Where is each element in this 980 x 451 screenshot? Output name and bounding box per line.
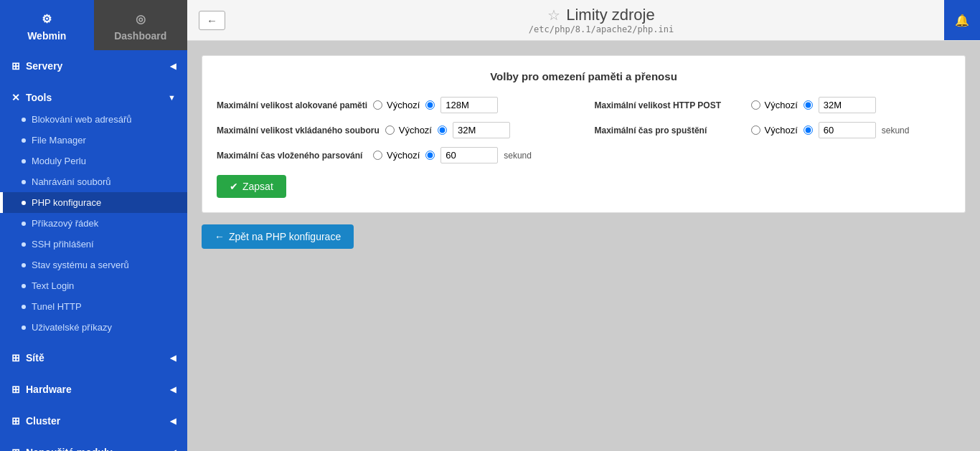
max-memory-default-input[interactable] — [373, 100, 382, 110]
sites-section: ⊞ Sítě ◀ — [0, 342, 187, 374]
max-parse-custom-input[interactable] — [425, 151, 435, 160]
dot-icon — [22, 284, 26, 288]
form-grid: Maximální velikost alokované paměti Vých… — [217, 97, 951, 163]
max-memory-default-radio[interactable]: Výchozí — [373, 100, 420, 110]
sidebar-item-label: Tunel HTTP — [32, 301, 82, 312]
servers-header[interactable]: ⊞ Servery ◀ — [0, 54, 187, 77]
servers-arrow: ◀ — [170, 62, 176, 71]
unused-header[interactable]: ⊞ Nepoužité moduly ◀ — [0, 441, 187, 451]
sidebar-item-label: Moduly Perlu — [32, 156, 86, 166]
webmin-tab[interactable]: ⚙ Webmin — [0, 0, 94, 50]
max-upload-custom-input[interactable] — [438, 125, 447, 135]
servers-icon: ⊞ — [11, 60, 20, 72]
sidebar-item-nahravani[interactable]: Nahrávání souborů — [0, 171, 187, 192]
sidebar-item-label: Stav systému a serverů — [32, 260, 129, 270]
max-exec-row: Maximální čas pro spuštění Výchozí 60 se… — [595, 122, 951, 138]
sidebar-item-prikazovy[interactable]: Příkazový řádek — [0, 213, 187, 234]
sidebar-item-ssh[interactable]: SSH přihlášení — [0, 234, 187, 255]
dot-icon — [22, 201, 26, 205]
check-icon: ✔ — [230, 181, 238, 192]
sidebar-item-moduly[interactable]: Moduly Perlu — [0, 151, 187, 171]
page-title-container: ☆ Limity zdroje — [234, 6, 969, 24]
max-memory-custom-radio[interactable] — [425, 100, 435, 110]
bell-button[interactable]: 🔔 — [944, 0, 980, 40]
dashboard-icon: ◎ — [131, 9, 151, 29]
webmin-label: Webmin — [27, 30, 66, 42]
max-memory-custom-input[interactable] — [425, 100, 435, 110]
back-to-php-button[interactable]: ← Zpět na PHP konfigurace — [202, 224, 354, 249]
max-exec-default-radio[interactable]: Výchozí — [751, 125, 798, 136]
right-fields: Maximální velikost HTTP POST Výchozí 32M… — [595, 97, 951, 163]
card-title: Volby pro omezení paměti a přenosu — [217, 70, 951, 82]
sidebar-item-tunel[interactable]: Tunel HTTP — [0, 296, 187, 317]
cluster-label: Cluster — [26, 415, 60, 427]
tools-section: ✕ Tools ▼ Blokování web adresářů File Ma… — [0, 82, 187, 342]
max-upload-custom-radio[interactable] — [438, 125, 447, 135]
sidebar-item-php[interactable]: PHP konfigurace — [0, 192, 187, 213]
page-subtitle: /etc/php/8.1/apache2/php.ini — [234, 24, 969, 34]
max-exec-default-input[interactable] — [751, 125, 760, 135]
page-title: Limity zdroje — [566, 6, 654, 24]
max-post-default-input[interactable] — [751, 100, 760, 110]
sidebar-item-label: File Manager — [32, 135, 86, 146]
back-button[interactable]: ← — [199, 11, 225, 30]
sidebar-item-stav[interactable]: Stav systému a serverů — [0, 255, 187, 275]
sidebar-item-blokovani[interactable]: Blokování web adresářů — [0, 109, 187, 130]
max-memory-input[interactable]: 128M — [440, 97, 498, 113]
sidebar-item-uzivatelske[interactable]: Uživatelské příkazy — [0, 317, 187, 338]
tools-header[interactable]: ✕ Tools ▼ — [0, 86, 187, 109]
hardware-icon: ⊞ — [11, 384, 20, 395]
max-parse-unit: sekund — [504, 151, 532, 161]
max-upload-default-input[interactable] — [385, 125, 395, 135]
max-post-default-label: Výchozí — [765, 100, 798, 110]
sidebar-item-label: PHP konfigurace — [32, 197, 101, 208]
hardware-header[interactable]: ⊞ Hardware ◀ — [0, 378, 187, 401]
webmin-icon: ⚙ — [37, 9, 57, 29]
tools-label: Tools — [26, 92, 52, 103]
sidebar-item-label: Příkazový řádek — [32, 218, 98, 229]
cluster-icon: ⊞ — [11, 415, 20, 427]
sidebar-header: ⚙ Webmin ◎ Dashboard — [0, 0, 187, 50]
sidebar-item-label: Text Login — [32, 280, 74, 291]
cluster-header[interactable]: ⊞ Cluster ◀ — [0, 409, 187, 432]
sidebar-item-label: Blokování web adresářů — [32, 114, 131, 125]
bell-icon: 🔔 — [955, 14, 969, 27]
dot-icon — [22, 263, 26, 267]
main-content: ← ☆ Limity zdroje /etc/php/8.1/apache2/p… — [187, 0, 980, 451]
left-fields: Maximální velikost alokované paměti Vých… — [217, 97, 573, 163]
max-parse-input[interactable]: 60 — [440, 147, 498, 163]
max-post-default-radio[interactable]: Výchozí — [751, 100, 798, 110]
star-icon[interactable]: ☆ — [547, 6, 560, 24]
max-parse-default-radio[interactable]: Výchozí — [373, 150, 420, 161]
max-upload-input[interactable]: 32M — [453, 122, 510, 138]
save-button[interactable]: ✔ Zapsat — [217, 175, 286, 198]
sites-label: Sítě — [26, 352, 44, 364]
max-exec-input[interactable]: 60 — [819, 122, 876, 138]
tools-icon: ✕ — [11, 92, 20, 103]
max-parse-label: Maximální čas vloženého parsování — [217, 151, 367, 161]
servers-label: Servery — [26, 60, 62, 72]
hardware-label: Hardware — [26, 384, 72, 395]
max-post-custom-radio[interactable] — [804, 100, 813, 110]
dashboard-tab[interactable]: ◎ Dashboard — [94, 0, 188, 50]
max-exec-custom-input[interactable] — [804, 125, 813, 135]
max-exec-custom-radio[interactable] — [804, 125, 813, 135]
max-upload-default-radio[interactable]: Výchozí — [385, 125, 432, 136]
max-post-label: Maximální velikost HTTP POST — [595, 100, 745, 110]
sites-header[interactable]: ⊞ Sítě ◀ — [0, 346, 187, 369]
sidebar-item-textlogin[interactable]: Text Login — [0, 275, 187, 296]
sidebar-item-filemanager[interactable]: File Manager — [0, 130, 187, 151]
sidebar-item-label: Uživatelské příkazy — [32, 322, 112, 333]
max-parse-custom-radio[interactable] — [425, 151, 435, 160]
dot-icon — [22, 326, 26, 330]
dot-icon — [22, 138, 26, 143]
sidebar-item-label: Nahrávání souborů — [32, 176, 111, 187]
max-post-custom-input[interactable] — [804, 100, 813, 110]
sidebar-item-label: SSH přihlášení — [32, 239, 94, 250]
resource-limits-card: Volby pro omezení paměti a přenosu Maxim… — [202, 55, 966, 213]
max-parse-default-label: Výchozí — [387, 150, 420, 161]
max-post-input[interactable]: 32M — [819, 97, 876, 113]
max-parse-default-input[interactable] — [373, 151, 382, 160]
dot-icon — [22, 118, 26, 122]
max-upload-row: Maximální velikost vkládaného souboru Vý… — [217, 122, 573, 138]
